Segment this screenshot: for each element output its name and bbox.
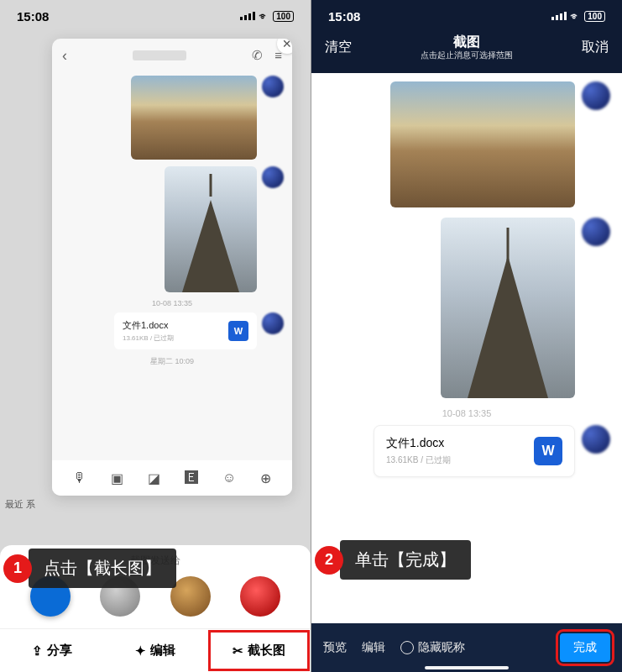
left-screenshot: 15:08 ᯤ 100 ✕ ‹ ✆ ≡ bbox=[0, 0, 311, 672]
edit-button[interactable]: ✦编辑 bbox=[103, 629, 206, 672]
message-image-1 bbox=[60, 76, 284, 160]
message-file: 文件1.docx 13.61KB / 已过期 W bbox=[60, 312, 284, 349]
mic-icon[interactable]: 🎙 bbox=[73, 470, 86, 486]
phone-icon[interactable]: ✆ bbox=[252, 48, 263, 63]
right-chat-body: 10-08 13:35 文件1.docx 13.61KB / 已过期 W bbox=[311, 73, 622, 491]
wifi-icon: ᯤ bbox=[570, 10, 581, 23]
battery-icon: 100 bbox=[273, 11, 294, 22]
done-button[interactable]: 完成 bbox=[560, 633, 610, 662]
avatar bbox=[582, 81, 610, 110]
contact-avatar[interactable] bbox=[240, 576, 280, 617]
file-bubble[interactable]: 文件1.docx 13.61KB / 已过期 W bbox=[374, 425, 575, 477]
screenshot-preview-card: ✕ ‹ ✆ ≡ 10-08 13:35 bbox=[52, 39, 292, 496]
header-subtitle: 点击起止消息可选择范围 bbox=[421, 50, 513, 61]
instruction-step-2: 2 单击【完成】 bbox=[315, 540, 471, 580]
image-eiffel[interactable] bbox=[441, 218, 575, 398]
scissors-icon: ✂ bbox=[233, 643, 243, 659]
share-button[interactable]: ⇪分享 bbox=[0, 629, 103, 672]
message-file: 文件1.docx 13.61KB / 已过期 W bbox=[323, 425, 610, 477]
chat-body: 10-08 13:35 文件1.docx 13.61KB / 已过期 W 星期二… bbox=[52, 72, 292, 460]
instruction-step-1: 1 点击【截长图】 bbox=[3, 549, 176, 588]
tray-actions: ⇪分享 ✦编辑 ✂截长图 bbox=[0, 628, 311, 672]
emoji-icon[interactable]: ☺ bbox=[222, 470, 236, 486]
timestamp: 星期二 10:09 bbox=[60, 356, 284, 367]
back-icon[interactable]: ‹ bbox=[62, 47, 67, 65]
file-bubble[interactable]: 文件1.docx 13.61KB / 已过期 W bbox=[114, 312, 257, 349]
wifi-icon: ᯤ bbox=[259, 10, 269, 23]
chat-header: ‹ ✆ ≡ bbox=[52, 39, 292, 72]
cancel-button[interactable]: 取消 bbox=[582, 39, 609, 56]
hide-nickname-toggle[interactable]: 隐藏昵称 bbox=[400, 640, 465, 655]
word-icon: W bbox=[534, 437, 562, 465]
image-eiffel[interactable] bbox=[165, 166, 257, 292]
avatar bbox=[582, 218, 610, 246]
home-indicator bbox=[425, 666, 509, 669]
step-tooltip: 点击【截长图】 bbox=[29, 549, 176, 588]
avatar bbox=[262, 312, 284, 334]
file-meta: 13.61KB / 已过期 bbox=[386, 454, 451, 466]
step-number: 1 bbox=[3, 554, 32, 583]
step-tooltip: 单击【完成】 bbox=[340, 540, 471, 580]
chat-input-bar: 🎙 ▣ ◪ 🅴 ☺ ⊕ bbox=[52, 460, 292, 496]
right-screenshot: 15:08 ᯤ 100 清空 截图 点击起止消息可选择范围 取消 bbox=[311, 0, 622, 672]
step-number: 2 bbox=[315, 546, 343, 575]
avatar bbox=[262, 76, 284, 97]
battery-icon: 100 bbox=[584, 11, 605, 22]
share-icon: ⇪ bbox=[32, 643, 43, 659]
signal-icon bbox=[551, 12, 567, 20]
status-bar: 15:08 ᯤ 100 bbox=[0, 0, 311, 29]
right-footer-bar: 预览 编辑 隐藏昵称 完成 bbox=[311, 623, 622, 672]
status-right: ᯤ 100 bbox=[240, 10, 294, 23]
file-name: 文件1.docx bbox=[123, 319, 174, 332]
signal-icon bbox=[240, 12, 255, 20]
clear-button[interactable]: 清空 bbox=[325, 39, 352, 56]
left-side-label: 最近 系 bbox=[5, 498, 35, 511]
chat-title-placeholder bbox=[133, 50, 186, 60]
message-image-2 bbox=[60, 166, 284, 292]
right-top-bar: 15:08 ᯤ 100 清空 截图 点击起止消息可选择范围 取消 bbox=[311, 0, 622, 73]
plus-icon[interactable]: ⊕ bbox=[260, 470, 271, 486]
timestamp: 10-08 13:35 bbox=[60, 299, 284, 307]
envelope-icon[interactable]: 🅴 bbox=[185, 470, 198, 486]
selection-header: 清空 截图 点击起止消息可选择范围 取消 bbox=[311, 29, 622, 66]
preview-button[interactable]: 预览 bbox=[323, 640, 347, 655]
sparkle-icon: ✦ bbox=[135, 643, 146, 659]
radio-icon bbox=[400, 641, 414, 654]
edit-button[interactable]: 编辑 bbox=[362, 640, 385, 655]
photo-icon[interactable]: ▣ bbox=[111, 470, 123, 486]
status-time: 15:08 bbox=[328, 9, 360, 24]
camera-icon[interactable]: ◪ bbox=[148, 470, 160, 486]
status-time: 15:08 bbox=[17, 9, 49, 24]
long-screenshot-button[interactable]: ✂截长图 bbox=[207, 629, 311, 672]
image-venice[interactable] bbox=[390, 81, 575, 207]
timestamp: 10-08 13:35 bbox=[323, 408, 610, 418]
file-name: 文件1.docx bbox=[386, 436, 451, 451]
avatar bbox=[262, 166, 284, 188]
file-meta: 13.61KB / 已过期 bbox=[123, 333, 174, 343]
message-image-2 bbox=[323, 218, 610, 398]
image-venice[interactable] bbox=[131, 76, 257, 160]
avatar bbox=[582, 425, 610, 454]
word-icon: W bbox=[228, 321, 248, 341]
message-image-1 bbox=[323, 81, 610, 207]
header-title: 截图 bbox=[421, 34, 513, 50]
